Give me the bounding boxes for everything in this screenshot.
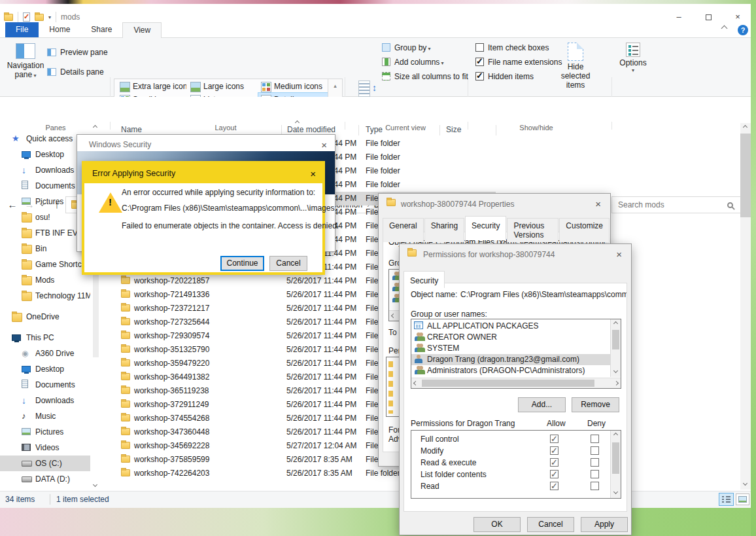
layout-medium-icons[interactable]: Medium icons xyxy=(258,80,328,93)
hidden-items-checkbox[interactable]: Hidden items xyxy=(475,71,534,82)
permission-full-control[interactable]: Full control xyxy=(411,433,610,445)
explorer-titlebar[interactable]: ▾ mods – × xyxy=(0,4,751,22)
sidebar-item-a360-drive[interactable]: A360 Drive xyxy=(0,346,90,361)
sidebar-item-this-pc[interactable]: This PC xyxy=(0,330,90,346)
deny-checkbox[interactable] xyxy=(591,435,599,443)
group-user-administrators-dragon-pc-administrators[interactable]: Administrators (DRAGON-PC\Administrators… xyxy=(411,365,610,376)
windows-security-title[interactable]: Windows Security xyxy=(89,140,151,149)
scroll-up-icon[interactable] xyxy=(613,433,618,437)
group-user-all-application-packages[interactable]: ALL APPLICATION PACKAGES xyxy=(411,321,610,332)
maximize-button[interactable] xyxy=(695,8,722,26)
deny-checkbox[interactable] xyxy=(591,470,599,478)
tab-customize[interactable]: Customize xyxy=(559,218,610,242)
permission-modify[interactable]: Modify xyxy=(411,445,610,457)
column-header-size[interactable]: Size xyxy=(446,123,461,137)
scroll-down-icon[interactable] xyxy=(613,368,618,373)
list-scroll-down-icon[interactable] xyxy=(743,481,747,486)
permission-read-execute[interactable]: Read & execute xyxy=(411,457,610,469)
list-scroll-up-icon[interactable] xyxy=(743,125,747,130)
tab-security[interactable]: Security xyxy=(465,216,506,240)
close-icon[interactable]: × xyxy=(321,140,327,150)
column-divider[interactable] xyxy=(358,125,359,135)
continue-button[interactable]: Continue xyxy=(220,256,264,271)
group-user-creator-owner[interactable]: CREATOR OWNER xyxy=(411,332,610,343)
group-user-system[interactable]: SYSTEM xyxy=(411,343,610,354)
tab-view[interactable]: View xyxy=(122,22,162,38)
vertical-scrollbar[interactable] xyxy=(610,431,621,498)
options-button[interactable]: Options xyxy=(615,41,651,74)
hide-selected-items-button[interactable]: Hide selected items xyxy=(553,41,598,90)
permissions-list[interactable]: Full controlModifyRead & executeList fol… xyxy=(411,430,621,499)
close-icon[interactable]: × xyxy=(595,199,601,209)
tab-general[interactable]: General xyxy=(383,218,424,242)
folder-icon[interactable] xyxy=(4,14,13,21)
sidebar-item-onedrive[interactable]: OneDrive xyxy=(0,309,90,325)
remove-button[interactable]: Remove xyxy=(572,397,619,412)
group-user-list[interactable]: ALL APPLICATION PACKAGESCREATOR OWNERSYS… xyxy=(411,319,621,389)
sidebar-item-pictures[interactable]: Pictures xyxy=(0,424,90,440)
cancel-button[interactable]: Cancel xyxy=(527,517,574,532)
preview-pane-button[interactable]: Preview pane xyxy=(47,47,108,58)
scroll-thumb[interactable] xyxy=(422,380,594,387)
help-icon[interactable]: ? xyxy=(738,25,748,35)
tab-sharing[interactable]: Sharing xyxy=(424,218,464,242)
group-user-dragon-trang-dragon-trang23-gmail-com[interactable]: Dragon Trang (dragon.trang23@gmail.com) xyxy=(411,354,610,365)
sidebar-item-music[interactable]: Music xyxy=(0,408,90,424)
layout-large-icons[interactable]: Large icons xyxy=(188,80,257,93)
scroll-thumb[interactable] xyxy=(612,330,619,349)
navigation-pane-button[interactable]: Navigation pane xyxy=(7,41,44,79)
scroll-left-icon[interactable] xyxy=(413,381,418,385)
size-columns-button[interactable]: Size all columns to fit xyxy=(382,71,468,82)
close-icon[interactable]: × xyxy=(310,169,316,179)
add-button[interactable]: Add... xyxy=(518,397,566,412)
scroll-left-icon[interactable] xyxy=(391,313,396,318)
tab-home[interactable]: Home xyxy=(39,22,80,37)
sidebar-item-documents[interactable]: Documents xyxy=(0,377,90,393)
file-name-extensions-checkbox[interactable]: File name extensions xyxy=(475,57,562,67)
thumbnail-view-toggle[interactable] xyxy=(736,493,749,505)
horizontal-scrollbar[interactable] xyxy=(411,378,621,388)
permission-list-folder-contents[interactable]: List folder contents xyxy=(411,469,610,480)
allow-checkbox[interactable] xyxy=(550,446,558,455)
gallery-scroll-up-icon[interactable]: ▴ xyxy=(328,79,342,93)
error-dialog-title[interactable]: Error Applying Security xyxy=(84,164,322,183)
minimize-button[interactable]: – xyxy=(665,8,693,26)
tab-file[interactable]: File xyxy=(5,22,39,37)
list-scroll-thumb[interactable] xyxy=(740,134,751,217)
details-pane-button[interactable]: Details pane xyxy=(47,67,104,77)
vertical-scrollbar[interactable] xyxy=(610,319,621,377)
scroll-thumb[interactable] xyxy=(612,442,619,474)
sidebar-item-os-c[interactable]: OS (C:) xyxy=(0,456,90,471)
properties-check-icon[interactable] xyxy=(23,12,30,22)
sidebar-item-game-shortcuts[interactable]: Game Shortcuts xyxy=(0,257,90,272)
properties-title[interactable]: workshop-380079744 Properties xyxy=(401,200,514,209)
allow-checkbox[interactable] xyxy=(550,482,558,490)
sidebar-item-technology-11m[interactable]: Technology 11M xyxy=(0,288,90,304)
group-by-button[interactable]: Group by xyxy=(382,43,431,53)
scroll-right-icon[interactable] xyxy=(614,381,619,385)
permission-read[interactable]: Read xyxy=(411,480,610,492)
new-folder-icon[interactable] xyxy=(35,14,44,21)
item-check-boxes-checkbox[interactable]: Item check boxes xyxy=(475,43,549,53)
sidebar-item-downloads[interactable]: Downloads xyxy=(0,393,90,408)
column-divider[interactable] xyxy=(496,125,496,135)
deny-checkbox[interactable] xyxy=(591,458,599,467)
tab-share[interactable]: Share xyxy=(80,22,122,37)
tab-previous-versions[interactable]: Previous Versions xyxy=(507,218,558,242)
add-columns-button[interactable]: Add columns xyxy=(382,57,444,67)
column-divider[interactable] xyxy=(439,125,440,135)
scroll-up-icon[interactable] xyxy=(613,321,618,326)
close-icon[interactable]: × xyxy=(616,249,622,259)
sidebar-scroll-down-icon[interactable] xyxy=(93,482,97,487)
ok-button[interactable]: OK xyxy=(473,517,521,532)
details-view-toggle[interactable] xyxy=(719,493,734,506)
file-list-scrollbar[interactable] xyxy=(740,123,751,490)
tab-security[interactable]: Security xyxy=(404,271,445,288)
minimize-ribbon-icon[interactable] xyxy=(721,26,728,32)
allow-checkbox[interactable] xyxy=(550,458,558,467)
sidebar-item-desktop[interactable]: Desktop xyxy=(0,361,90,377)
allow-checkbox[interactable] xyxy=(550,435,558,443)
column-header-type[interactable]: Type xyxy=(366,123,383,137)
scroll-down-icon[interactable] xyxy=(613,490,618,494)
allow-checkbox[interactable] xyxy=(550,470,558,478)
